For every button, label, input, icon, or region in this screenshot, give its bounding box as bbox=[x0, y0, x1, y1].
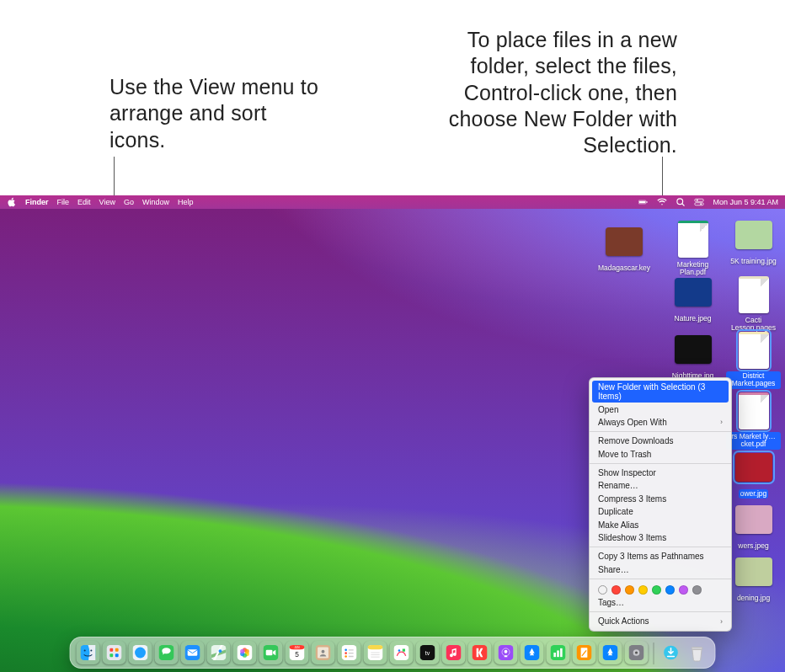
tag-color-dot[interactable] bbox=[611, 585, 621, 595]
dock-app-settings[interactable] bbox=[625, 641, 649, 664]
tag-color-dot[interactable] bbox=[652, 585, 661, 595]
context-menu-item[interactable]: Compress 3 Items bbox=[590, 493, 731, 505]
context-menu-item[interactable]: Copy 3 Items as Pathnames bbox=[590, 550, 731, 563]
context-menu-item[interactable]: Make Alias bbox=[590, 518, 731, 531]
context-menu-item[interactable]: Rename… bbox=[590, 479, 731, 492]
menu-view[interactable]: View bbox=[99, 198, 115, 206]
dock-divider bbox=[654, 643, 654, 664]
dock-app-appstore-alt[interactable] bbox=[521, 641, 544, 664]
dock-app-mail[interactable] bbox=[181, 641, 205, 664]
context-menu-item[interactable]: Remove Downloads bbox=[590, 435, 731, 447]
svg-rect-54 bbox=[403, 649, 405, 652]
dock-stack-downloads[interactable] bbox=[660, 641, 683, 664]
svg-rect-75 bbox=[692, 648, 702, 650]
macos-screen: Finder File Edit View Go Window Help Mon… bbox=[0, 195, 785, 672]
svg-point-23 bbox=[219, 649, 222, 653]
menu-clock[interactable]: Mon Jun 5 9:41 AM bbox=[713, 198, 778, 206]
context-menu-item[interactable]: Show Inspector bbox=[590, 467, 731, 479]
svg-rect-6 bbox=[695, 203, 704, 205]
tag-color-dot[interactable] bbox=[665, 585, 675, 595]
context-menu-item[interactable]: Tags… bbox=[590, 596, 731, 609]
desktop-file[interactable]: wers.jpeg bbox=[726, 505, 781, 552]
menu-file[interactable]: File bbox=[57, 198, 70, 206]
dock-app-messages[interactable] bbox=[155, 641, 179, 664]
tag-color-dot[interactable] bbox=[638, 585, 648, 595]
desktop-file[interactable]: Madagascar.key bbox=[596, 227, 651, 274]
file-thumbnail-icon bbox=[735, 557, 772, 586]
context-menu-item[interactable]: Quick Actions› bbox=[590, 615, 731, 627]
tag-color-dot[interactable] bbox=[598, 585, 607, 595]
svg-rect-15 bbox=[109, 653, 113, 657]
context-menu-item[interactable]: Share… bbox=[590, 563, 731, 576]
file-thumbnail-icon bbox=[735, 453, 772, 482]
menu-edit[interactable]: Edit bbox=[77, 198, 91, 206]
desktop-file[interactable]: 5K training.jpg bbox=[726, 221, 781, 267]
file-thumbnail-icon bbox=[678, 221, 708, 258]
context-menu-item[interactable]: Open bbox=[590, 403, 731, 415]
context-menu-item[interactable]: Slideshow 3 Items bbox=[590, 531, 731, 544]
dock-app-pages[interactable] bbox=[573, 641, 596, 664]
file-label: ower.jpg bbox=[739, 489, 769, 499]
chevron-right-icon: › bbox=[720, 617, 723, 626]
dock-container: JUN5tv bbox=[70, 637, 716, 669]
dock-app-music[interactable] bbox=[442, 641, 466, 664]
tag-color-dot[interactable] bbox=[625, 585, 634, 595]
svg-rect-48 bbox=[368, 645, 383, 649]
context-menu-item[interactable]: Move to Trash bbox=[590, 448, 731, 461]
dock-app-news[interactable] bbox=[468, 641, 492, 664]
dock-app-notes[interactable] bbox=[364, 641, 387, 664]
dock-app-launchpad[interactable] bbox=[103, 641, 126, 664]
dock-app-calendar[interactable]: JUN5 bbox=[286, 641, 309, 664]
battery-icon[interactable] bbox=[638, 197, 649, 207]
svg-text:JUN: JUN bbox=[294, 646, 300, 649]
menu-go[interactable]: Go bbox=[124, 198, 134, 206]
dock: JUN5tv bbox=[70, 637, 716, 669]
dock-app-facetime[interactable] bbox=[259, 641, 283, 664]
menu-window[interactable]: Window bbox=[142, 198, 169, 206]
svg-point-11 bbox=[90, 649, 92, 651]
dock-app-tv[interactable]: tv bbox=[416, 641, 440, 664]
svg-rect-16 bbox=[115, 653, 119, 657]
desktop-file[interactable]: District Market.pages bbox=[726, 332, 781, 389]
desktop-file[interactable]: rs Market ly…cket.pdf bbox=[726, 392, 781, 450]
dock-app-podcasts[interactable] bbox=[494, 641, 518, 664]
svg-point-72 bbox=[635, 651, 638, 653]
dock-app-appstore[interactable] bbox=[599, 641, 622, 664]
file-label: Cacti Lesson.pages bbox=[726, 316, 781, 333]
dock-app-reminders[interactable] bbox=[338, 641, 361, 664]
dock-app-freeform[interactable] bbox=[390, 641, 414, 664]
context-menu-item[interactable]: New Folder with Selection (3 Items) bbox=[592, 381, 729, 403]
menu-separator bbox=[590, 547, 731, 547]
file-label: Marketing Plan.pdf bbox=[665, 260, 720, 278]
tag-color-dot[interactable] bbox=[692, 585, 702, 595]
svg-rect-13 bbox=[109, 648, 113, 652]
file-label: wers.jpeg bbox=[736, 541, 770, 551]
wifi-icon[interactable] bbox=[657, 197, 667, 207]
dock-trash[interactable] bbox=[686, 641, 709, 664]
svg-rect-24 bbox=[238, 645, 253, 660]
desktop-file[interactable]: dening.jpg bbox=[726, 557, 781, 604]
dock-app-numbers[interactable] bbox=[547, 641, 570, 664]
svg-rect-57 bbox=[446, 645, 462, 660]
control-center-icon[interactable] bbox=[694, 197, 704, 207]
desktop-file[interactable]: Marketing Plan.pdf bbox=[665, 221, 720, 278]
dock-app-finder[interactable] bbox=[77, 641, 100, 664]
file-label: Madagascar.key bbox=[596, 264, 652, 273]
file-label: District Market.pages bbox=[726, 371, 781, 389]
context-menu-item[interactable]: Duplicate bbox=[590, 505, 731, 518]
dock-app-photos[interactable] bbox=[233, 641, 257, 664]
desktop-file[interactable]: Nighttime.jpg bbox=[665, 335, 720, 381]
desktop-file[interactable]: Nature.jpeg bbox=[665, 278, 720, 324]
tag-color-dot[interactable] bbox=[679, 585, 688, 595]
dock-app-contacts[interactable] bbox=[312, 641, 335, 664]
context-menu-item[interactable]: Always Open With› bbox=[590, 416, 731, 429]
svg-rect-66 bbox=[560, 648, 563, 657]
apple-menu-icon[interactable] bbox=[7, 197, 17, 207]
menu-app-name[interactable]: Finder bbox=[25, 198, 49, 206]
menu-help[interactable]: Help bbox=[178, 198, 194, 206]
dock-app-maps[interactable] bbox=[207, 641, 231, 664]
dock-app-safari[interactable] bbox=[129, 641, 152, 664]
spotlight-icon[interactable] bbox=[676, 197, 686, 207]
desktop-file[interactable]: ower.jpg bbox=[726, 453, 781, 499]
desktop-file[interactable]: Cacti Lesson.pages bbox=[726, 276, 781, 333]
